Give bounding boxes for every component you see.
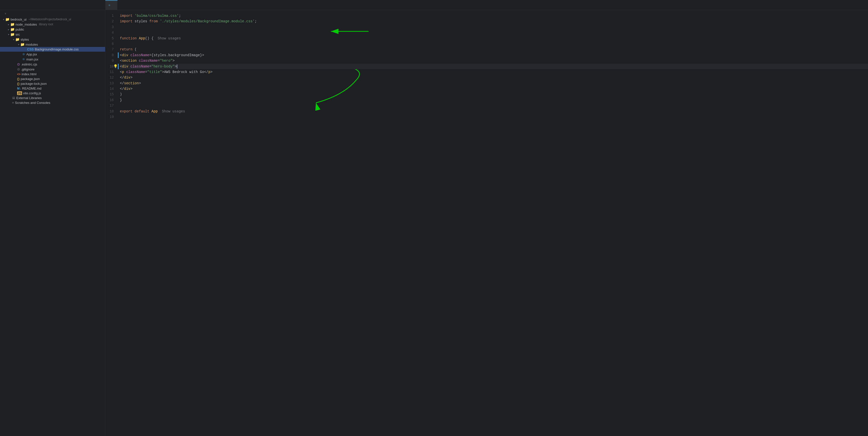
tab-bar: ⚛ [0,0,868,10]
code-line-11: <p className="title">AWS Bedrock with Go… [120,69,868,75]
tree-item-scratches[interactable]: ≡Scratches and Consoles [0,100,105,105]
line-number-14: 14 [107,86,114,92]
file-icon-jsx: ⚛ [22,52,25,56]
punc-token: > [173,59,175,63]
tree-item-BackgroundImage[interactable]: CSSBackgroundImage.module.css [0,47,105,52]
tree-item-sublabel: library root [39,23,53,26]
code-line-1: import 'bulma/css/bulma.css'; [120,13,868,19]
file-tree: ▾📁bedrock_ui~/WebstormProjects/bedrock_u… [0,17,105,105]
tree-item-bedrock_ui[interactable]: ▾📁bedrock_ui~/WebstormProjects/bedrock_u… [0,17,105,22]
chevron-down-icon: ▾ [18,43,19,46]
left-border-indicator [118,52,119,58]
line-number-5: 5 [107,36,114,41]
code-line-16: } [120,97,868,103]
tree-item-App_jsx[interactable]: ⚛App.jsx [0,52,105,57]
code-line-19 [120,114,868,120]
tree-item-ext_libs[interactable]: 🏛External Libraries [0,95,105,100]
file-icon-js: JS [17,91,22,95]
file-icon-json: {} [17,82,20,86]
left-border-indicator [118,64,119,69]
classval-token: "title" [147,70,162,74]
tree-item-label: public [16,28,24,31]
tree-item-label: README.md [22,87,41,90]
code-line-14: </div> [120,86,868,92]
plain-token: () { [145,36,156,40]
tree-item-index_html[interactable]: <>index.html [0,72,105,77]
line-number-1: 1 [107,13,114,19]
code-content: <div className="hero-body"> [120,64,177,69]
tree-item-src[interactable]: ▾📁src [0,32,105,37]
tree-item-label: vite.config.js [23,91,41,95]
tag-token: div [124,87,130,91]
code-lines: import 'bulma/css/bulma.css';import styl… [118,10,868,436]
line-number-6: 6 [107,41,114,47]
sidebar-header[interactable]: ∨ [0,10,105,17]
line-number-16: 16 [107,97,114,103]
code-content: function App() { Show usages [120,36,181,41]
line-number-15: 15 [107,92,114,97]
keyword-token: default [135,109,149,113]
app-jsx-tab[interactable]: ⚛ [105,0,118,10]
tree-item-label: .eslintrc.cjs [21,62,37,66]
line-number-8: 8 [107,52,114,58]
code-line-9: <section className="hero"> [120,58,868,63]
folder-icon: 📁 [20,42,25,47]
tree-item-gitignore[interactable]: ⊘.gitignore [0,67,105,72]
line-number-4: 4 [107,30,114,35]
punc-token: </ [120,87,124,91]
plain-token: ; [255,19,257,23]
attr-token: className [139,59,158,63]
function-token: App [151,109,158,113]
code-content: ) [120,92,122,97]
tag-token: section [124,81,139,85]
lightbulb-icon[interactable]: 💡 [113,64,118,69]
folder-icon: 📁 [5,17,9,21]
line-number-9: 9 [107,58,114,63]
plain-token [128,64,130,68]
code-line-5: function App() { Show usages [120,36,868,41]
tree-item-label: BackgroundImage.module.css [35,48,79,51]
tree-item-package_json[interactable]: {}package.json [0,77,105,81]
tree-item-node_modules[interactable]: ▸📁node_moduleslibrary root [0,22,105,27]
keyword-token: from [149,19,158,23]
tree-item-eslintrc[interactable]: ⊙.eslintrc.cjs [0,62,105,67]
plain-token [137,59,138,63]
tree-item-sublabel: ~/WebstormProjects/bedrock_ui [29,18,71,21]
plain-token [137,36,138,40]
code-line-12: </div> [120,75,868,80]
keyword-token: import [120,14,132,18]
tree-item-vite_config[interactable]: JSvite.config.js [0,91,105,95]
code-line-10: 💡 <div className="hero-body"> [120,64,868,69]
tree-item-main_jsx[interactable]: ⚛main.jsx [0,57,105,62]
tree-item-readme[interactable]: M↓README.md [0,86,105,91]
keyword-token: import [120,19,132,23]
chevron-down-icon: ▾ [3,18,4,21]
line-number-19: 19 [107,114,114,120]
chevron-down-icon: ▾ [13,38,14,41]
tree-item-package_lock[interactable]: {}package-lock.json [0,81,105,86]
punc-token: > [210,70,212,74]
tree-item-modules[interactable]: ▾📁modules [0,42,105,47]
plain-token: = [149,64,151,68]
code-content: </div> [120,75,132,80]
tree-item-styles[interactable]: ▾📁styles [0,37,105,42]
tree-item-label: Scratches and Consoles [15,101,51,105]
line-numbers: 12345678910111213141516171819 [105,10,118,436]
line-number-7: 7 [107,47,114,52]
line-number-2: 2 [107,19,114,24]
code-content: </section> [120,81,141,86]
plain-token: ( [132,48,137,52]
code-line-13: </section> [120,81,868,86]
code-content: <div className={styles.backgroundImage}> [120,52,204,58]
line-number-18: 18 [107,109,114,114]
tree-item-label: bedrock_ui [10,18,27,21]
editor-area[interactable]: 12345678910111213141516171819 import 'bu… [105,10,868,436]
tree-item-public[interactable]: ▸📁public [0,27,105,32]
code-container: 12345678910111213141516171819 import 'bu… [105,10,868,436]
plain-token [158,109,160,113]
classval-token: "hero-body" [151,64,175,68]
tree-item-label: src [16,33,20,36]
file-icon-json: {} [17,77,20,81]
keyword-token: return [120,48,132,52]
plain-token [158,19,160,23]
